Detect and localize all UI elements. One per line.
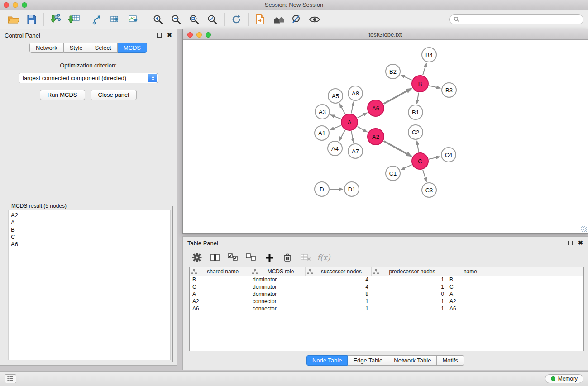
select-all-button[interactable] <box>227 252 239 263</box>
clone-network-button[interactable] <box>89 12 107 27</box>
optimization-criterion-dropdown[interactable]: largest connected component (directed) <box>19 73 158 83</box>
graph-edge-C-C2[interactable] <box>417 141 419 152</box>
open-session-button[interactable] <box>5 12 23 27</box>
import-table-button[interactable] <box>65 12 83 27</box>
graph-node-C[interactable]: C <box>411 152 429 170</box>
graph-edge-C-C1[interactable] <box>401 165 411 170</box>
refresh-button[interactable] <box>227 12 245 27</box>
resize-grip[interactable] <box>581 226 587 232</box>
graph-edge-A-A6[interactable] <box>358 113 368 118</box>
graph-edge-A6-B[interactable] <box>384 88 412 104</box>
close-panel-button[interactable]: Close panel <box>91 90 137 100</box>
graph-node-C2[interactable]: C2 <box>408 124 423 140</box>
tab-network[interactable]: Network <box>29 43 64 53</box>
graph-node-C1[interactable]: C1 <box>385 166 401 181</box>
table-row[interactable]: B dominator 4 1 B <box>190 276 583 283</box>
graph-node-A8[interactable]: A8 <box>348 86 363 101</box>
graph-node-C3[interactable]: C3 <box>421 182 437 198</box>
save-session-button[interactable] <box>23 12 41 27</box>
float-panel-icon[interactable] <box>157 33 162 38</box>
export-table-button[interactable] <box>107 12 125 27</box>
eye-button[interactable] <box>306 12 324 27</box>
birdseye-button[interactable] <box>269 12 287 27</box>
run-mcds-button[interactable]: Run MCDS <box>40 90 85 100</box>
graph-node-A1[interactable]: A1 <box>314 125 330 141</box>
graph-edge-A-A5[interactable] <box>339 104 345 114</box>
network-close-button[interactable] <box>187 32 193 38</box>
zoom-window-button[interactable] <box>22 2 27 8</box>
zoom-in-button[interactable] <box>149 12 167 27</box>
deselect-all-button[interactable] <box>245 252 257 263</box>
tab-node-table[interactable]: Node Table <box>306 355 348 366</box>
graph-edge-A-A4[interactable] <box>339 130 345 141</box>
delete-column-button[interactable] <box>282 252 293 263</box>
list-item[interactable]: C <box>11 234 168 241</box>
graph-node-C4[interactable]: C4 <box>441 147 456 162</box>
tab-select[interactable]: Select <box>89 43 118 53</box>
zoom-fit-button[interactable] <box>185 12 203 27</box>
list-item[interactable]: A <box>11 219 168 226</box>
graph-node-A[interactable]: A <box>341 114 358 131</box>
list-item[interactable]: A2 <box>11 212 168 219</box>
graph-node-D[interactable]: D <box>314 181 330 197</box>
graph-node-B4[interactable]: B4 <box>421 47 437 62</box>
delete-table-button[interactable] <box>300 252 311 263</box>
graph-edge-A-A2[interactable] <box>358 127 368 132</box>
show-log-button[interactable] <box>5 374 16 383</box>
search-input[interactable] <box>462 16 579 23</box>
zoom-selected-button[interactable] <box>203 12 221 27</box>
graph-node-A7[interactable]: A7 <box>348 143 363 159</box>
graph-node-B3[interactable]: B3 <box>441 82 457 98</box>
table-row[interactable]: C dominator 4 1 C <box>190 283 583 291</box>
graph-node-A4[interactable]: A4 <box>327 141 343 156</box>
graph-node-A2[interactable]: A2 <box>367 128 384 145</box>
list-item[interactable]: A6 <box>11 241 168 248</box>
function-builder-button[interactable]: f(x) <box>318 252 330 263</box>
graph-edge-A-A8[interactable] <box>351 102 354 114</box>
close-table-panel-icon[interactable]: ✖ <box>578 241 583 245</box>
tab-network-table[interactable]: Network Table <box>388 355 437 366</box>
table-settings-button[interactable] <box>191 252 203 263</box>
list-item[interactable]: B <box>11 226 168 234</box>
column-header-predecessor-nodes[interactable]: predecessor nodes <box>371 267 447 276</box>
zoom-out-button[interactable] <box>167 12 185 27</box>
show-columns-button[interactable] <box>209 252 221 263</box>
snapshot-button[interactable] <box>251 12 269 27</box>
tab-mcds[interactable]: MCDS <box>118 43 147 53</box>
column-header-shared-name[interactable]: shared name <box>190 267 250 276</box>
tab-style[interactable]: Style <box>64 43 89 53</box>
graph-node-A5[interactable]: A5 <box>328 88 343 104</box>
graph-edge-A-A3[interactable] <box>330 115 341 119</box>
graph-edge-B-B4[interactable] <box>423 63 426 75</box>
tab-edge-table[interactable]: Edge Table <box>348 355 388 366</box>
network-canvas[interactable]: B4B2BB3A5A8A6B1A3AA2C2A1A4A7C4CC1C3DD1 <box>183 40 588 233</box>
import-network-button[interactable] <box>47 12 65 27</box>
minimize-window-button[interactable] <box>13 2 18 8</box>
table-row[interactable]: A dominator 8 0 A <box>190 291 583 298</box>
close-panel-icon[interactable]: ✖ <box>167 33 172 38</box>
graph-edge-A-A7[interactable] <box>351 131 354 143</box>
column-header-successor-nodes[interactable]: successor nodes <box>305 267 371 276</box>
graph-edge-C-C3[interactable] <box>423 170 426 182</box>
table-row[interactable]: A6 connector 1 1 A6 <box>190 305 583 312</box>
hide-details-button[interactable] <box>287 12 306 27</box>
export-image-button[interactable] <box>125 12 143 27</box>
network-minimize-button[interactable] <box>196 32 202 38</box>
float-table-panel-icon[interactable] <box>568 241 573 245</box>
graph-node-B[interactable]: B <box>411 75 429 92</box>
graph-edge-B-B1[interactable] <box>417 93 419 104</box>
table-row[interactable]: A2 connector 1 1 A2 <box>190 298 583 305</box>
graph-edge-C-C4[interactable] <box>429 157 440 159</box>
graph-edge-A-A1[interactable] <box>330 125 341 130</box>
network-zoom-button[interactable] <box>206 32 211 38</box>
graph-node-A3[interactable]: A3 <box>315 104 330 119</box>
graph-node-B2[interactable]: B2 <box>385 64 401 79</box>
memory-button[interactable]: Memory <box>545 374 583 383</box>
close-window-button[interactable] <box>4 2 9 8</box>
graph-edge-B-B3[interactable] <box>429 86 441 88</box>
add-column-button[interactable] <box>263 252 275 263</box>
graph-node-B1[interactable]: B1 <box>408 105 423 120</box>
graph-edge-B-B2[interactable] <box>401 75 411 80</box>
graph-edge-A2-C[interactable] <box>384 141 412 157</box>
tab-motifs[interactable]: Motifs <box>437 355 464 366</box>
